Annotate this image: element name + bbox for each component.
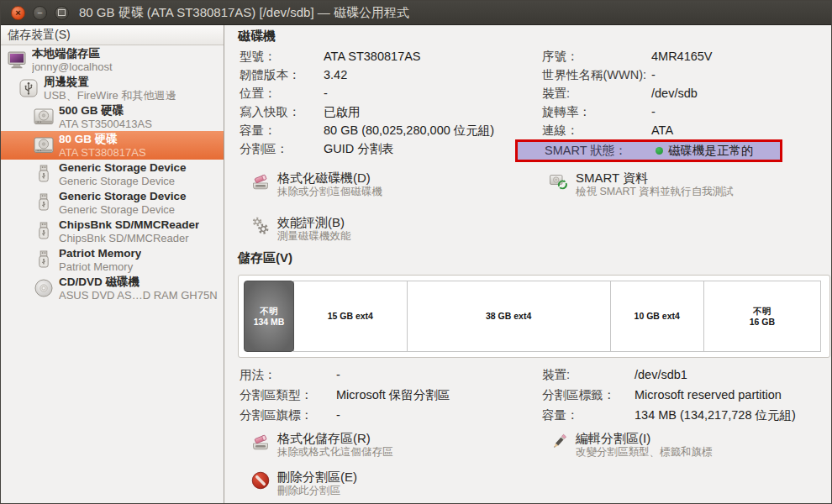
field-partitioning: 分割區：GUID 分割表 (240, 139, 494, 158)
flash-drive-icon (32, 163, 55, 186)
drive-section-title: 磁碟機 (238, 29, 276, 45)
smart-data-icon (548, 171, 570, 192)
maximize-icon (58, 9, 66, 16)
computer-icon (5, 49, 28, 71)
sidebar-item-patriot-memory[interactable]: Patriot MemoryPatriot Memory (1, 245, 224, 274)
usb-peripherals-icon (17, 77, 39, 100)
field-device: 裝置:/dev/sdb (542, 84, 782, 102)
benchmark-button[interactable]: 效能評測(B)測量磁碟機效能 (250, 214, 351, 243)
maximize-button[interactable] (55, 6, 69, 20)
sidebar-item-generic-storage-2[interactable]: Generic Storage DeviceGeneric Storage De… (1, 188, 224, 217)
field-capacity: 容量：80 GB (80,025,280,000 位元組) (240, 121, 494, 139)
volume-segment-1[interactable]: 不明 134 MB (244, 281, 294, 352)
benchmark-icon (250, 215, 271, 237)
field-write-cache: 寫入快取：已啟用 (240, 102, 494, 121)
format-volume-button[interactable]: 格式化儲存區(R)抹除或格式化這個儲存區 (250, 430, 393, 459)
field-location: 位置：- (240, 84, 494, 102)
field-volume-capacity: 容量：134 MB (134,217,728 位元組) (542, 405, 796, 425)
volume-segment-5[interactable]: 不明 16 GB (703, 281, 821, 352)
delete-partition-icon (250, 470, 271, 491)
field-wwn: 世界性名稱(WWN):- (542, 66, 782, 84)
edit-partition-button[interactable]: 編輯分割區(I)改變分割區類型、標籤和旗標 (548, 430, 713, 459)
storage-devices-sidebar: 儲存裝置(S) 本地端儲存區jonny@localhost (1, 25, 224, 503)
disk-utility-window: × − 80 GB 硬碟 (ATA ST380817AS) [/dev/sdb]… (0, 0, 832, 504)
volume-fields-right: 裝置:/dev/sdb1 分割區標籤：Microsoft reserved pa… (542, 365, 796, 425)
harddisk-icon (32, 134, 55, 157)
format-volume-icon (250, 431, 271, 453)
smart-ok-dot-icon (656, 147, 663, 155)
volumes-section-title: 儲存區(V) (238, 250, 292, 266)
sidebar-item-500gb-disk[interactable]: 500 GB 硬碟ATA ST3500413AS (1, 102, 224, 131)
sidebar-header: 儲存裝置(S) (1, 25, 224, 45)
format-drive-button[interactable]: 格式化磁碟機(D)抹除或分割這個磁碟機 (250, 170, 382, 198)
field-partition-label: 分割區標籤：Microsoft reserved partition (542, 385, 796, 405)
sidebar-item-peripheral-devices[interactable]: 周邊裝置USB、FireWire 和其他週邊 (1, 74, 224, 102)
cd-icon (32, 277, 55, 300)
field-model: 型號：ATA ST380817AS (240, 47, 494, 66)
volume-segment-4[interactable]: 10 GB ext4 (610, 281, 704, 352)
drive-fields-left: 型號：ATA ST380817AS 韌體版本：3.42 位置：- 寫入快取：已啟… (240, 47, 494, 158)
volume-fields-left: 用法：- 分割區類型：Microsoft 保留分割區 分割區旗標：- (240, 365, 450, 425)
drive-fields-right: 序號：4MR4165V 世界性名稱(WWN):- 裝置:/dev/sdb 旋轉率… (542, 47, 782, 162)
smart-status-row: SMART 狀態： 磁碟機是正常的 (515, 139, 782, 162)
field-usage: 用法：- (240, 365, 450, 385)
field-connection: 連線：ATA (542, 121, 782, 139)
harddisk-icon (32, 106, 55, 129)
sidebar-item-chipsbnk-reader[interactable]: ChipsBnk SD/MMCReaderChipsBnk SD/MMCRead… (1, 217, 224, 245)
sidebar-item-cd-dvd-drive[interactable]: CD/DVD 磁碟機ASUS DVD AS…D RAM GH75N (1, 274, 224, 302)
close-button[interactable]: × (11, 6, 25, 20)
titlebar: × − 80 GB 硬碟 (ATA ST380817AS) [/dev/sdb]… (1, 1, 831, 25)
format-drive-icon (250, 171, 271, 192)
field-serial: 序號：4MR4165V (542, 47, 782, 66)
volume-segment-2[interactable]: 15 GB ext4 (293, 281, 407, 352)
window-controls: × − (11, 6, 69, 20)
sidebar-item-generic-storage-1[interactable]: Generic Storage DeviceGeneric Storage De… (1, 160, 224, 188)
field-firmware: 韌體版本：3.42 (240, 66, 494, 84)
flash-drive-icon (32, 249, 55, 271)
flash-drive-icon (32, 192, 55, 214)
field-partition-type: 分割區類型：Microsoft 保留分割區 (240, 385, 450, 405)
minimize-button[interactable]: − (33, 6, 47, 20)
sidebar-item-80gb-disk[interactable]: 80 GB 硬碟ATA ST380817AS (1, 131, 224, 160)
window-title: 80 GB 硬碟 (ATA ST380817AS) [/dev/sdb] — 磁… (79, 5, 409, 21)
edit-partition-icon (548, 431, 570, 453)
volume-segment-3[interactable]: 38 GB ext4 (407, 281, 611, 352)
smart-data-button[interactable]: SMART 資料檢視 SMART 資料並執行自我測試 (548, 170, 734, 198)
field-volume-device: 裝置:/dev/sdb1 (542, 365, 796, 385)
flash-drive-icon (32, 220, 55, 243)
field-partition-flags: 分割區旗標：- (240, 405, 450, 425)
volume-map: 不明 134 MB 15 GB ext4 38 GB ext4 10 GB ex… (238, 275, 830, 358)
delete-partition-button[interactable]: 刪除分割區(E)刪除此分割區 (250, 469, 357, 497)
sidebar-item-local-storage[interactable]: 本地端儲存區jonny@localhost (1, 45, 224, 74)
main-panel: 磁碟機 型號：ATA ST380817AS 韌體版本：3.42 位置：- 寫入快… (224, 25, 831, 503)
field-rotation-rate: 旋轉率：- (542, 102, 782, 121)
